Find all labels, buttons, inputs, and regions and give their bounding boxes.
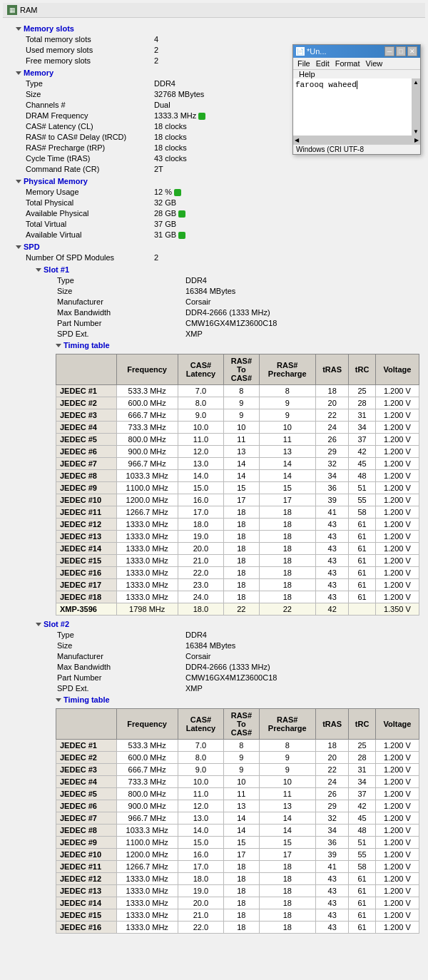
row-ras-cas: 17 [224,849,259,861]
row-volt: 1.200 V [375,531,419,543]
row-volt: 1.200 V [375,434,419,446]
row-freq: 900.0 MHz [116,800,178,812]
row-ras-cas: 18 [224,861,259,873]
cas-latency-key: CAS# Latency (CL) [26,121,154,132]
title-bar: ▦ RAM [3,3,425,18]
row-label: JEDEC #1 [56,740,117,752]
row-cas: 21.0 [178,555,223,567]
slot1-collapse-icon [36,268,41,272]
number-of-spd-modules-value: 2 [154,252,158,263]
close-button[interactable]: ✕ [407,46,417,56]
row-ras-pre: 18 [259,591,315,603]
slot2-partnumber-value: CMW16GX4M1Z3600C18 [185,673,277,683]
slot2-header[interactable]: Slot #2 [6,618,422,630]
spd-collapse-icon [16,245,21,249]
row-tras: 20 [315,397,348,409]
row-tras: 43 [315,555,348,567]
table-row: JEDEC #8 1033.3 MHz 14.0 14 14 34 48 1.2… [56,825,419,837]
vertical-scrollbar[interactable]: ▲ ▼ [412,78,420,136]
row-freq: 1333.0 MHz [116,531,178,543]
notepad-statusbar: Windows (CRI UTF-8 [293,144,420,154]
slot2-manufacturer-row: Manufacturer Corsair [56,651,422,662]
row-volt: 1.200 V [375,591,419,603]
menu-file[interactable]: File [295,58,313,68]
notepad-text: farooq waheed [295,81,357,89]
th-empty [56,354,117,385]
horizontal-scrollbar[interactable]: ◀ ▶ [293,136,420,144]
row-ras-pre: 18 [259,555,315,567]
notepad-controls[interactable]: ─ □ ✕ [384,46,417,56]
physical-memory-header[interactable]: Physical Memory [6,175,422,187]
row-freq: 533.3 MHz [116,385,178,397]
maximize-button[interactable]: □ [396,46,406,56]
row-label: JEDEC #4 [56,776,117,788]
row-freq: 1033.3 MHz [116,470,178,482]
row-trc: 61 [349,531,375,543]
row-trc: 61 [349,567,375,579]
row-trc: 31 [349,764,375,776]
slot1-bandwidth-key: Max Bandwidth [57,307,185,318]
slot2-details: Type DDR4 Size 16384 MBytes Manufacturer… [6,630,422,694]
row-ras-cas: 18 [224,506,259,519]
available-physical-indicator [178,210,185,218]
ras-precharge-value: 18 clocks [154,143,187,153]
th-cas: CAS#Latency [178,354,223,385]
memory-slots-collapse-icon [16,27,21,31]
row-label: JEDEC #16 [56,922,117,934]
row-volt: 1.200 V [375,740,419,752]
scroll-left-arrow[interactable]: ◀ [295,137,299,143]
slot1-type-key: Type [57,275,185,286]
row-ras-pre: 18 [259,909,315,922]
slot1-spdext-row: SPD Ext. XMP [56,329,422,340]
row-ras-cas: 18 [224,519,259,531]
row-cas: 7.0 [178,740,223,752]
minimize-button[interactable]: ─ [384,46,394,56]
row-ras-pre: 8 [259,740,315,752]
command-rate-key: Command Rate (CR) [26,164,154,175]
row-tras: 43 [315,591,348,603]
menu-format[interactable]: Format [332,58,363,68]
slot2-timing-header[interactable]: Timing table [56,694,422,705]
th-frequency: Frequency [116,354,178,385]
command-rate-row: Command Rate (CR) 2T [6,164,422,175]
scroll-right-arrow[interactable]: ▶ [414,137,419,143]
row-freq: 733.3 MHz [116,776,178,788]
row-volt: 1.200 V [375,555,419,567]
menu-view[interactable]: View [363,58,386,68]
row-freq: 1200.0 MHz [116,849,178,861]
row-cas: 10.0 [178,422,223,434]
scroll-down-arrow[interactable]: ▼ [413,128,419,135]
dram-freq-text: 1333.3 MHz [154,111,196,121]
th-ras-cas2: RAS#ToCAS# [224,709,259,740]
row-ras-pre: 18 [259,567,315,579]
row-label: JEDEC #12 [56,873,117,885]
menu-edit[interactable]: Edit [313,58,332,68]
available-virtual-key: Available Virtual [26,230,154,240]
row-tras: 20 [315,752,348,764]
row-ras-cas: 18 [224,567,259,579]
memory-size-value: 32768 MBytes [154,89,204,100]
row-freq: 800.0 MHz [116,434,178,446]
row-volt: 1.200 V [375,397,419,409]
available-physical-text: 28 GB [154,208,176,219]
row-ras-pre: 18 [259,519,315,531]
memory-slots-header[interactable]: Memory slots [6,23,422,34]
row-freq: 1333.0 MHz [116,873,178,885]
row-label: XMP-3596 [56,603,117,616]
row-cas: 18.0 [178,873,223,885]
row-tras: 34 [315,825,348,837]
slot1-timing-header[interactable]: Timing table [56,340,422,351]
memory-usage-indicator [174,189,181,196]
notepad-window: 📄 *Un... ─ □ ✕ File Edit Format View Hel… [292,44,421,155]
menu-help[interactable]: Help [296,69,318,79]
scroll-up-arrow[interactable]: ▲ [413,79,419,86]
notepad-text-content[interactable]: farooq waheed [293,78,412,136]
row-ras-cas: 18 [224,909,259,922]
spd-header[interactable]: SPD [6,241,422,252]
physical-memory-collapse-icon [16,180,21,183]
table-row: JEDEC #5 800.0 MHz 11.0 11 11 26 37 1.20… [56,434,419,446]
th-ras-cas: RAS#ToCAS# [224,354,259,385]
row-tras: 18 [315,385,348,397]
row-ras-cas: 11 [224,434,259,446]
slot1-header[interactable]: Slot #1 [6,264,422,275]
